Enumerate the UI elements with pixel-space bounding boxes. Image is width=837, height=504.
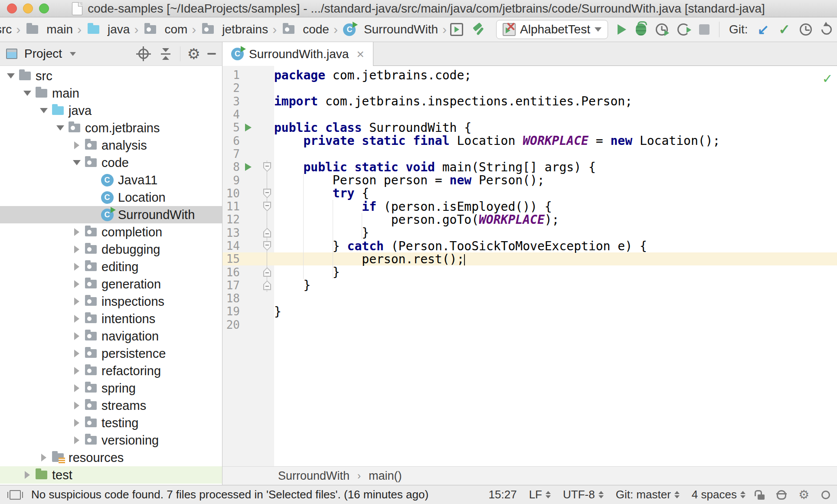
code-line[interactable]: 4 xyxy=(222,108,837,121)
tree-item-code[interactable]: code xyxy=(0,154,222,171)
minimize-window-button[interactable] xyxy=(23,3,33,13)
code-text[interactable]: private static final Location WORKPLACE … xyxy=(274,134,720,148)
tree-item-navigation[interactable]: navigation xyxy=(0,327,222,345)
collapse-all-icon[interactable] xyxy=(161,48,170,60)
chevron-collapsed-icon[interactable] xyxy=(70,298,83,305)
tree-item-surroundwith[interactable]: CSurroundWith xyxy=(0,206,222,223)
unlock-icon[interactable] xyxy=(758,494,765,500)
debug-button[interactable] xyxy=(636,23,646,36)
git-update-icon[interactable]: ↙ xyxy=(758,23,769,36)
run-with-coverage-button[interactable] xyxy=(656,23,668,36)
code-line[interactable]: 18 xyxy=(222,292,837,305)
chevron-collapsed-icon[interactable] xyxy=(70,280,83,288)
status-item-utf-8[interactable]: UTF-8 xyxy=(563,488,604,501)
code-text[interactable]: Person person = new Person(); xyxy=(274,173,545,187)
code-line[interactable]: 10 try { xyxy=(222,187,837,200)
breadcrumb-item-jetbrains[interactable]: jetbrains xyxy=(199,23,269,36)
gear-question-icon[interactable]: ⚙ xyxy=(798,489,809,501)
code-text[interactable]: public static void main(String[] args) { xyxy=(274,160,596,174)
breadcrumb-item-com[interactable]: com xyxy=(142,23,188,36)
chevron-collapsed-icon[interactable] xyxy=(70,245,83,253)
tree-item-editing[interactable]: editing xyxy=(0,258,222,275)
tree-item-main[interactable]: main xyxy=(0,85,222,102)
breadcrumb-item-src[interactable]: src xyxy=(0,23,13,36)
code-line[interactable]: 8 public static void main(String[] args)… xyxy=(222,160,837,173)
tab-surroundwith-java[interactable]: C SurroundWith.java × xyxy=(222,42,373,66)
tree-item-intentions[interactable]: intentions xyxy=(0,310,222,327)
code-text[interactable]: } xyxy=(274,304,281,319)
chevron-collapsed-icon[interactable] xyxy=(70,419,83,427)
tree-item-refactoring[interactable]: refactoring xyxy=(0,362,222,380)
tree-item-generation[interactable]: generation xyxy=(0,275,222,293)
chevron-collapsed-icon[interactable] xyxy=(70,402,83,409)
code-line[interactable]: 2 xyxy=(222,82,837,95)
code-line[interactable]: 12 person.goTo(WORKPLACE); xyxy=(222,213,837,226)
code-text[interactable]: package com.jetbrains.code; xyxy=(274,68,471,82)
code-text[interactable]: } xyxy=(274,278,311,292)
inspection-ok-icon[interactable]: ✓ xyxy=(823,69,832,87)
code-line[interactable]: 13 } xyxy=(222,226,837,239)
tree-item-location[interactable]: CLocation xyxy=(0,189,222,206)
tree-item-test[interactable]: test xyxy=(0,466,222,484)
fold-marker-icon[interactable] xyxy=(255,200,274,213)
code-text[interactable]: } xyxy=(274,226,369,240)
chevron-expanded-icon[interactable] xyxy=(21,91,34,96)
tree-item-completion[interactable]: completion xyxy=(0,223,222,241)
tree-item-streams[interactable]: streams xyxy=(0,397,222,414)
fold-marker-icon[interactable] xyxy=(255,279,274,292)
code-line[interactable]: 14 } catch (Person.TooSickToMoveExceptio… xyxy=(222,239,837,252)
code-text[interactable]: person.goTo(WORKPLACE); xyxy=(274,213,559,227)
stop-button[interactable] xyxy=(699,24,709,35)
chevron-expanded-icon[interactable] xyxy=(37,108,50,113)
chevron-collapsed-icon[interactable] xyxy=(70,141,83,149)
chevron-collapsed-icon[interactable] xyxy=(70,228,83,236)
status-item-git-master[interactable]: Git: master xyxy=(616,488,680,501)
chevron-collapsed-icon[interactable] xyxy=(70,436,83,444)
tree-item-inspections[interactable]: inspections xyxy=(0,293,222,310)
tree-item-analysis[interactable]: analysis xyxy=(0,137,222,154)
code-text[interactable]: public class SurroundWith { xyxy=(274,121,471,135)
breadcrumb-item-code[interactable]: code xyxy=(280,23,330,36)
close-icon[interactable]: × xyxy=(356,47,364,62)
tree-item-java[interactable]: java xyxy=(0,102,222,119)
tree-item-resources[interactable]: resources xyxy=(0,449,222,466)
tree-item-testing[interactable]: testing xyxy=(0,414,222,432)
code-line[interactable]: 3import com.jetbrains.inspections.entiti… xyxy=(222,95,837,108)
code-line[interactable]: 5public class SurroundWith { xyxy=(222,121,837,134)
profiler-button[interactable] xyxy=(677,23,690,36)
code-text[interactable]: import com.jetbrains.inspections.entitie… xyxy=(274,94,632,108)
tree-item-java11[interactable]: CJava11 xyxy=(0,171,222,189)
chevron-collapsed-icon[interactable] xyxy=(70,263,83,271)
chevron-down-icon[interactable] xyxy=(70,52,76,56)
notifications-icon[interactable] xyxy=(821,491,830,499)
fold-marker-icon[interactable] xyxy=(255,239,274,252)
code-editor[interactable]: 1package com.jetbrains.code;23import com… xyxy=(222,66,837,466)
code-line[interactable]: 15 person.rest(); xyxy=(222,252,837,265)
status-item-lf[interactable]: LF xyxy=(529,488,551,501)
breadcrumb-item-surroundwith[interactable]: CSurroundWith xyxy=(341,23,439,36)
run-button[interactable] xyxy=(618,24,626,35)
chevron-expanded-icon[interactable] xyxy=(4,73,17,79)
code-text[interactable]: } xyxy=(274,265,340,279)
breadcrumb-item-java[interactable]: java xyxy=(85,23,131,36)
run-line-icon[interactable] xyxy=(242,163,255,171)
code-line[interactable]: 1package com.jetbrains.code; xyxy=(222,69,837,82)
code-text[interactable]: try { xyxy=(274,186,369,200)
chevron-collapsed-icon[interactable] xyxy=(70,350,83,357)
code-text[interactable]: if (person.isEmployed()) { xyxy=(274,200,552,214)
fold-marker-icon[interactable] xyxy=(255,187,274,200)
code-line[interactable]: 6 private static final Location WORKPLAC… xyxy=(222,134,837,147)
status-item-4-spaces[interactable]: 4 spaces xyxy=(692,488,745,501)
tool-window-bars-icon[interactable] xyxy=(10,490,21,500)
fold-marker-icon[interactable] xyxy=(255,160,274,173)
code-line[interactable]: 7 xyxy=(222,147,837,160)
code-line[interactable]: 9 Person person = new Person(); xyxy=(222,173,837,187)
code-text[interactable]: } catch (Person.TooSickToMoveException e… xyxy=(274,239,647,253)
close-window-button[interactable] xyxy=(7,3,17,13)
tree-item-com-jetbrains[interactable]: com.jetbrains xyxy=(0,119,222,137)
fold-marker-icon[interactable] xyxy=(255,265,274,278)
code-line[interactable]: 17 } xyxy=(222,279,837,292)
chevron-collapsed-icon[interactable] xyxy=(37,454,50,461)
breadcrumb-item-main[interactable]: main xyxy=(24,23,74,36)
tree-item-debugging[interactable]: debugging xyxy=(0,241,222,258)
